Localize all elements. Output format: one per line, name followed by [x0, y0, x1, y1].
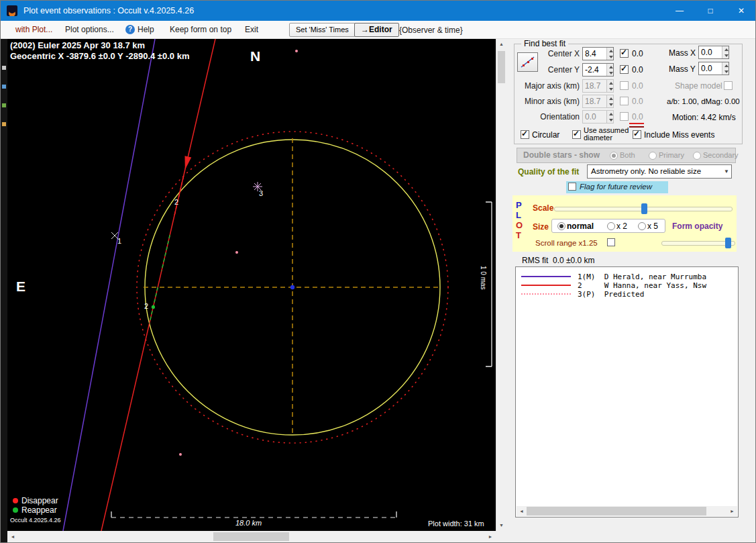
window-title: Plot event observations : Occult v.4.202… — [23, 1, 194, 21]
observations-listbox[interactable]: 1(M) D Herald, near Murrumba 2 W Hanna, … — [515, 266, 739, 517]
observation-text: 2 W Hanna, near Yass, Nsw — [578, 281, 706, 290]
include-miss-events-checkbox[interactable] — [633, 130, 641, 139]
listbox-horizontal-scrollbar[interactable]: ◄ ► — [517, 506, 737, 516]
major-axis-label: Major axis (km) — [518, 81, 580, 91]
menubar: with Plot... Plot options... ? Help Keep… — [1, 21, 756, 39]
observation-text: 3(P) Predicted — [578, 290, 644, 299]
listbox-scroll-right-icon[interactable]: ► — [727, 506, 737, 516]
scroll-left-icon[interactable]: ◄ — [7, 531, 18, 542]
double-stars-secondary-radio — [693, 152, 701, 160]
background-icon — [2, 103, 6, 107]
mass-y-input[interactable] — [698, 62, 729, 75]
shape-model-checkbox — [724, 81, 733, 90]
plot-header-line1: (2002) Euler 2025 Apr 30 18.7 km — [10, 40, 145, 50]
vertical-scrollbar[interactable]: ▲ ▼ — [496, 39, 506, 531]
center-x-fix-checkbox[interactable] — [620, 49, 629, 58]
size-x5-radio[interactable] — [638, 222, 646, 230]
plot-graphics — [7, 39, 496, 531]
center-y-spinner[interactable] — [606, 64, 613, 76]
reappear-point — [152, 305, 155, 309]
opacity-slider-thumb[interactable] — [725, 238, 731, 248]
editor-button[interactable]: →Editor — [354, 23, 399, 37]
center-x-spinner[interactable] — [606, 48, 613, 60]
chord-1-label: 1 — [117, 237, 121, 245]
mass-y-spinner[interactable] — [722, 62, 728, 75]
scroll-down-icon[interactable]: ▼ — [496, 520, 506, 531]
listbox-scroll-left-icon[interactable]: ◄ — [517, 506, 527, 516]
reappear-label: Reappear — [21, 505, 57, 515]
chord-1-sample-icon — [521, 276, 571, 277]
predicted-dot — [295, 50, 298, 52]
double-stars-primary-radio — [649, 152, 657, 160]
opacity-slider-track[interactable] — [661, 241, 735, 246]
horizontal-scrollbar-thumb[interactable] — [213, 532, 289, 541]
minor-axis-error: 0.0 — [632, 97, 643, 106]
scroll-up-icon[interactable]: ▲ — [496, 39, 506, 50]
background-icon — [2, 85, 6, 89]
menu-exit[interactable]: Exit — [245, 25, 258, 34]
maximize-button[interactable]: □ — [695, 1, 726, 21]
mass-x-input[interactable] — [698, 46, 729, 59]
plot-width-label: Plot width: 31 km — [428, 520, 484, 528]
center-marker — [290, 285, 294, 289]
minor-axis-spinner — [606, 95, 613, 107]
plot-canvas[interactable]: (2002) Euler 2025 Apr 30 18.7 km Geocent… — [7, 39, 496, 531]
disappear-dot-icon — [13, 498, 18, 503]
menu-plot-options[interactable]: Plot options... — [65, 25, 114, 34]
east-label: E — [16, 279, 25, 295]
dropdown-arrow-icon[interactable]: ▼ — [724, 168, 729, 175]
center-y-input[interactable] — [582, 63, 614, 77]
scroll-range-label: Scroll range x1.25 — [535, 239, 598, 247]
horizontal-scrollbar[interactable]: ◄ ► — [7, 531, 496, 542]
use-assumed-line2: diameter — [584, 134, 629, 142]
size-x2-radio[interactable] — [607, 222, 615, 230]
center-y-fix-checkbox[interactable] — [620, 65, 629, 74]
mass-x-spinner[interactable] — [722, 46, 728, 58]
chord-2-line — [101, 39, 215, 531]
predicted-dot — [235, 251, 238, 254]
vertical-scrollbar-thumb[interactable] — [498, 51, 505, 83]
use-assumed-diameter-checkbox[interactable] — [572, 130, 581, 139]
observation-row[interactable]: 2 W Hanna, near Yass, Nsw — [516, 281, 738, 290]
menu-keep-on-top[interactable]: Keep form on top — [170, 25, 231, 34]
background-icon — [2, 122, 6, 126]
observer-time-label[interactable]: {Observer & time} — [399, 26, 463, 35]
orientation-fix-checkbox — [620, 112, 629, 121]
scroll-range-checkbox[interactable] — [607, 238, 615, 246]
ab-dmag-label: a/b: 1.00, dMag: 0.00 — [667, 97, 740, 105]
quality-of-fit-select[interactable]: Astrometry only. No reliable size ▼ — [587, 164, 732, 179]
form-opacity-button[interactable]: Form opacity — [672, 221, 722, 231]
menu-with-plot[interactable]: with Plot... — [15, 25, 52, 34]
plot-letter-l: L — [516, 210, 521, 220]
circular-checkbox[interactable] — [521, 130, 529, 139]
mass-y-label: Mass Y — [669, 64, 696, 74]
plot-letter-o: O — [516, 220, 523, 230]
size-normal-radio[interactable] — [557, 222, 565, 230]
scroll-right-icon[interactable]: ► — [485, 531, 496, 542]
center-x-input[interactable] — [582, 47, 614, 60]
orientation-label: Orientation — [518, 112, 580, 121]
scale-slider-thumb[interactable] — [641, 203, 647, 214]
minimize-button[interactable]: — — [664, 1, 695, 21]
listbox-scrollbar-thumb[interactable] — [527, 507, 706, 515]
minor-axis-fix-checkbox — [620, 97, 629, 105]
background-icon — [2, 66, 6, 70]
center-x-error: 0.0 — [632, 49, 643, 58]
double-stars-title: Double stars - show — [523, 150, 600, 160]
observation-row[interactable]: 3(P) Predicted — [516, 290, 738, 299]
major-axis-error: 0.0 — [632, 81, 643, 91]
minor-axis-input — [582, 95, 614, 108]
include-miss-events-label: Include Miss events — [644, 130, 714, 140]
close-button[interactable]: ✕ — [726, 1, 756, 21]
plot-header-line2: Geocentric X -3879.6 ±0.0 Y -2890.4 ±0.0… — [10, 51, 189, 61]
background-window-edge — [1, 39, 7, 542]
orientation-spinner — [606, 111, 613, 123]
app-icon — [7, 5, 17, 16]
observation-row[interactable]: 1(M) D Herald, near Murrumba — [516, 273, 738, 281]
predicted-dot — [179, 453, 182, 456]
scrollbar-corner — [496, 531, 506, 542]
quality-of-fit-label: Quality of the fit — [518, 167, 579, 177]
set-miss-times-button[interactable]: Set 'Miss' Times — [289, 23, 356, 37]
flag-review-checkbox[interactable] — [568, 183, 576, 191]
menu-help[interactable]: Help — [138, 25, 154, 34]
